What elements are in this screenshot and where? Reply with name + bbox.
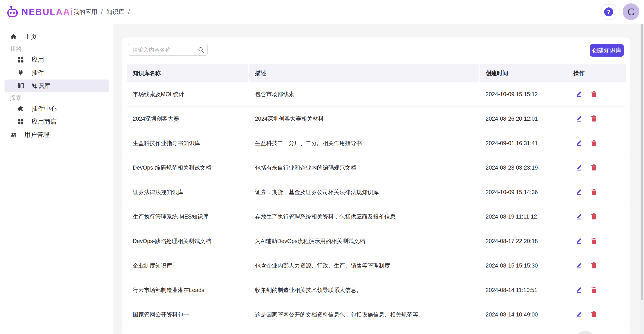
- column-header: 知识库名称: [127, 64, 249, 82]
- kb-description-cell: 这是国家管网公开的文档资料信息包，包括设施信息、相关规范等。: [249, 311, 480, 318]
- kb-actions-cell: [567, 311, 626, 319]
- users-icon: [10, 131, 17, 138]
- table-row[interactable]: 证券法律法规知识库 证券，期货，基金及证券公司相关法律法规知识库 2024-10…: [127, 180, 626, 204]
- column-header: 操作: [567, 64, 626, 82]
- plug-icon: [17, 69, 24, 76]
- kb-actions-cell: [567, 237, 626, 245]
- edit-pencil-icon: [575, 90, 583, 98]
- avatar[interactable]: C: [623, 3, 639, 20]
- kb-actions-cell: [567, 261, 626, 270]
- kb-name-cell: 2024深圳创客大赛: [127, 115, 249, 122]
- kb-name-cell: 国家管网公开资料包一: [127, 311, 249, 318]
- delete-button[interactable]: [590, 286, 598, 294]
- kb-created-cell: 2024-08-14 11:10:51: [480, 287, 568, 293]
- edit-button[interactable]: [575, 90, 583, 98]
- help-button[interactable]: ?: [601, 4, 616, 19]
- edit-button[interactable]: [575, 261, 583, 270]
- trash-icon: [590, 90, 598, 98]
- sidebar-nav: 主页 我的 应用 插件 知识库 探索 插件中心 应用商店 用户管理: [0, 24, 113, 141]
- edit-pencil-icon: [575, 164, 583, 172]
- table-header: 知识库名称描述创建时间操作: [127, 64, 626, 82]
- table-row[interactable]: 2024深圳创客大赛 2024深圳创客大赛相关材料 2024-08-26 20:…: [127, 107, 626, 131]
- sidebar-section-label: 我的: [10, 45, 113, 53]
- sidebar-item-app-store[interactable]: 应用商店: [4, 115, 109, 128]
- create-knowledge-base-button[interactable]: 创建知识库: [590, 44, 624, 57]
- home-icon: [10, 33, 17, 40]
- table-row[interactable]: 企业制度知识库 包含企业内部人力资源、行政、生产、销售等管理制度 2024-08…: [127, 253, 626, 278]
- apps-icon: [17, 56, 24, 63]
- sidebar-item-plugin-center[interactable]: 插件中心: [4, 102, 109, 115]
- edit-button[interactable]: [575, 139, 583, 147]
- sidebar-item-label: 应用商店: [32, 118, 57, 126]
- kb-name-cell: DevOps-缺陷处理相关测试文档: [127, 237, 249, 245]
- sidebar-item-label: 主页: [24, 32, 37, 41]
- table-row[interactable]: DevOps-缺陷处理相关测试文档 为AI辅助DevOps流程演示用的相关测试文…: [127, 229, 626, 253]
- brand-logo[interactable]: NEBULAAi: [7, 5, 74, 18]
- topbar: NEBULAAi 我的应用 / 知识库 / ? C: [0, 0, 644, 24]
- breadcrumb-my-apps[interactable]: 我的应用: [73, 8, 98, 16]
- search-icon[interactable]: [198, 46, 204, 53]
- search-input[interactable]: [128, 44, 207, 55]
- sidebar-item-home[interactable]: 主页: [4, 30, 109, 43]
- delete-button[interactable]: [590, 188, 598, 196]
- delete-button[interactable]: [590, 261, 598, 270]
- kb-actions-cell: [567, 188, 626, 196]
- app-store-icon: [17, 118, 24, 125]
- sidebar-item-apps[interactable]: 应用: [4, 53, 109, 66]
- kb-actions-cell: [567, 286, 626, 294]
- edit-button[interactable]: [575, 115, 583, 123]
- delete-button[interactable]: [590, 311, 598, 319]
- kb-description-cell: 为AI辅助DevOps流程演示用的相关测试文档: [249, 237, 480, 245]
- kb-description-cell: 2024深圳创客大赛相关材料: [249, 115, 480, 122]
- kb-actions-cell: [567, 90, 626, 98]
- delete-button[interactable]: [590, 237, 598, 245]
- edit-pencil-icon: [575, 237, 583, 245]
- kb-actions-cell: [567, 115, 626, 123]
- kb-description-cell: 包含企业内部人力资源、行政、生产、销售等管理制度: [249, 262, 480, 269]
- sidebar-item-knowledge-base[interactable]: 知识库: [4, 80, 109, 92]
- sidebar-item-label: 用户管理: [24, 131, 50, 139]
- edit-pencil-icon: [575, 115, 583, 123]
- trash-icon: [590, 164, 598, 172]
- edit-button[interactable]: [575, 212, 583, 221]
- edit-button[interactable]: [575, 188, 583, 196]
- trash-icon: [590, 115, 598, 123]
- delete-button[interactable]: [590, 164, 598, 171]
- breadcrumb-knowledge-base[interactable]: 知识库: [106, 8, 124, 16]
- robot-icon: [7, 5, 18, 18]
- kb-description-cell: 证券，期货，基金及证券公司相关法律法规知识库: [249, 188, 480, 196]
- sidebar-item-plugins[interactable]: 插件: [4, 66, 109, 79]
- edit-button[interactable]: [575, 311, 583, 319]
- kb-created-cell: 2024-08-19 11:11:12: [480, 213, 568, 220]
- kb-created-cell: 2024-09-01 16:31:41: [480, 140, 568, 147]
- sidebar: 主页 我的 应用 插件 知识库 探索 插件中心 应用商店 用户管理: [0, 24, 113, 334]
- search-box: [128, 44, 208, 56]
- delete-button[interactable]: [590, 212, 598, 221]
- sidebar-item-label: 知识库: [32, 82, 50, 90]
- sidebar-item-label: 插件: [32, 68, 44, 77]
- column-header: 描述: [249, 64, 480, 82]
- delete-button[interactable]: [590, 90, 598, 98]
- table-row[interactable]: 生益科技作业指导书知识库 生益科技二三分厂、二分厂相关作用指导书 2024-09…: [127, 131, 626, 156]
- kb-created-cell: 2024-08-23 03:23:19: [480, 165, 568, 171]
- table-row[interactable]: 国家管网公开资料包一 这是国家管网公开的文档资料信息包，包括设施信息、相关规范等…: [127, 302, 626, 327]
- table-row[interactable]: 市场线索及MQL统计 包含市场部线索 2024-10-09 15:15:12: [127, 82, 626, 107]
- sidebar-item-user-management[interactable]: 用户管理: [4, 129, 109, 141]
- kb-actions-cell: [567, 212, 626, 221]
- breadcrumb-separator: /: [101, 8, 103, 15]
- kb-description-cell: 包含市场部线索: [249, 91, 480, 98]
- edit-button[interactable]: [575, 286, 583, 294]
- kb-created-cell: 2024-08-14 10:49:00: [480, 311, 568, 318]
- kb-name-cell: DevOps-编码规范相关测试文档: [127, 164, 249, 171]
- table-row[interactable]: 生产执行管理系统-MES知识库 存放生产执行管理系统相关资料，包括供应商及报价信…: [127, 204, 626, 229]
- scrollbar-thumb[interactable]: [641, 24, 643, 300]
- table-row[interactable]: DevOps-编码规范相关测试文档 包括有来自行业和企业内的编码规范文档。 20…: [127, 156, 626, 180]
- kb-name-cell: 生产执行管理系统-MES知识库: [127, 213, 249, 220]
- delete-button[interactable]: [590, 139, 598, 147]
- edit-button[interactable]: [575, 164, 583, 171]
- edit-button[interactable]: [575, 237, 583, 245]
- kb-name-cell: 生益科技作业指导书知识库: [127, 140, 249, 147]
- delete-button[interactable]: [590, 115, 598, 123]
- knowledge-base-table: 知识库名称描述创建时间操作 市场线索及MQL统计 包含市场部线索 2024-10…: [127, 64, 626, 327]
- table-row[interactable]: 行云市场部制造业潜在Leads 收集到的制造业相关技术领导联系人信息。 2024…: [127, 278, 626, 302]
